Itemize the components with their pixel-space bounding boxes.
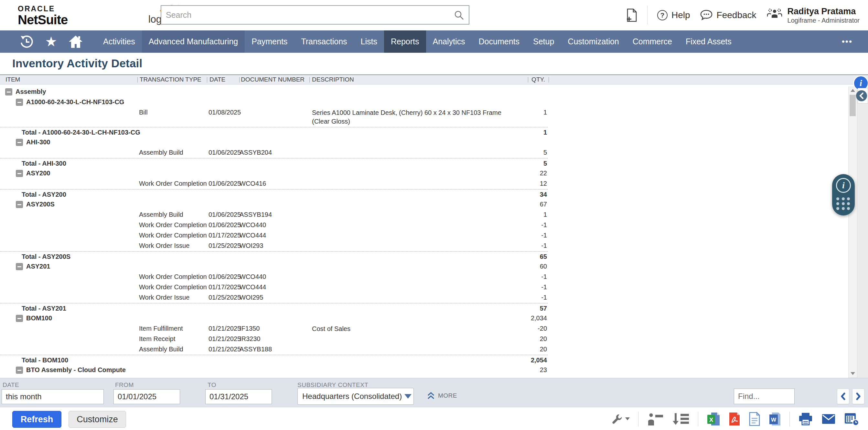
search-input[interactable] (166, 6, 444, 24)
collapse-icon[interactable] (16, 315, 23, 322)
top-bar: ORACLE NetSuite logiframe (0, 0, 868, 30)
nav-item-commerce[interactable]: Commerce (626, 30, 679, 53)
scrollbar-thumb[interactable] (849, 95, 856, 116)
collapse-icon[interactable] (16, 99, 23, 106)
document-number: WCO444 (240, 230, 266, 240)
qty-value: 5 (453, 147, 547, 157)
user-menu[interactable]: Raditya Pratama Logiframe - Administrato… (766, 6, 860, 24)
nav-item-payments[interactable]: Payments (245, 30, 294, 53)
transaction-date: 01/21/2025 (209, 334, 241, 344)
qty-value: 34 (453, 190, 547, 200)
schedule-icon[interactable] (844, 412, 859, 426)
collapse-icon[interactable] (16, 201, 23, 208)
collapse-icon[interactable] (16, 367, 23, 374)
transaction-date: 01/06/2025 (209, 210, 241, 220)
collapse-icon[interactable] (16, 263, 23, 270)
dropdown-arrow-icon (404, 394, 411, 399)
print-icon[interactable] (798, 412, 813, 426)
nav-item-fixed-assets[interactable]: Fixed Assets (679, 30, 738, 53)
col-date[interactable]: DATE (210, 75, 225, 84)
export-pdf-icon[interactable] (728, 412, 740, 426)
qty-value: 5 (453, 159, 547, 169)
export-word-icon[interactable]: W (769, 412, 781, 426)
double-chevron-up-icon (427, 392, 435, 400)
transaction-date: 01/21/2025 (209, 323, 241, 334)
tools-wrench-icon[interactable] (611, 412, 630, 426)
nav-item-activities[interactable]: Activities (96, 30, 142, 53)
to-date-input[interactable] (205, 389, 272, 404)
shortcuts-star-icon[interactable]: ★ (40, 30, 62, 53)
main-nav: ★ ActivitiesAdvanced ManufacturingPaymen… (0, 30, 868, 53)
table-row: Work Order Completion01/17/2025WCO444-1 (0, 282, 548, 292)
home-icon[interactable] (65, 30, 87, 53)
oracle-netsuite-logo: ORACLE NetSuite (18, 4, 68, 26)
document-number: WOI295 (240, 292, 263, 303)
item-name: A1000-60-24-30-L-CH-NF103-CG (26, 97, 124, 107)
transaction-date: 01/17/2025 (209, 230, 241, 240)
col-item[interactable]: ITEM (5, 75, 20, 84)
document-number: IR3230 (240, 334, 260, 344)
item-name: Assembly (16, 87, 46, 97)
widget-info-icon[interactable]: i (836, 178, 851, 193)
search-icon[interactable] (454, 10, 464, 20)
from-date-input[interactable] (114, 389, 180, 404)
nav-item-advanced-manufacturing[interactable]: Advanced Manufacturing (142, 30, 245, 53)
vertical-scrollbar[interactable] (848, 87, 857, 378)
total-label: Total - A1000-60-24-30-L-CH-NF103-CG (22, 127, 140, 138)
nav-overflow-button[interactable]: ••• (826, 30, 868, 53)
table-row: Work Order Issue01/25/2025WOI295-1 (0, 292, 548, 303)
collapse-icon[interactable] (16, 170, 23, 177)
table-row: ASY20022 (0, 168, 548, 179)
qty-value: 57 (453, 304, 547, 314)
table-row: A1000-60-24-30-L-CH-NF103-CG (0, 97, 548, 108)
feedback-button[interactable]: Feedback (700, 9, 756, 21)
oracle-logo-text: ORACLE (18, 4, 68, 13)
panel-collapse-button[interactable] (858, 88, 868, 104)
more-filters-button[interactable]: MORE (427, 392, 457, 400)
collapse-icon[interactable] (5, 88, 12, 95)
export-csv-icon[interactable] (749, 412, 761, 426)
date-filter-input[interactable] (2, 389, 104, 404)
nav-item-transactions[interactable]: Transactions (294, 30, 354, 53)
nav-item-lists[interactable]: Lists (354, 30, 384, 53)
table-row: Total - ASY20157 (0, 303, 548, 313)
recent-records-icon[interactable] (16, 30, 37, 53)
collapse-icon[interactable] (16, 139, 23, 146)
document-number: WCO416 (240, 179, 266, 189)
document-number: WOI293 (240, 241, 263, 251)
customize-button[interactable]: Customize (68, 411, 126, 428)
col-transaction-type[interactable]: TRANSACTION TYPE (140, 75, 202, 84)
expand-rows-icon[interactable] (672, 412, 689, 426)
nav-item-customization[interactable]: Customization (561, 30, 625, 53)
scroll-up-arrow-icon[interactable] (850, 89, 855, 92)
next-page-button[interactable] (852, 389, 864, 404)
phone-info-widget[interactable]: i (832, 174, 855, 216)
add-record-icon[interactable] (626, 8, 638, 22)
document-number: WCO444 (240, 282, 266, 292)
total-label: Total - AHI-300 (22, 159, 66, 169)
find-box (734, 389, 795, 404)
nav-item-reports[interactable]: Reports (384, 30, 426, 53)
chevron-left-icon (840, 393, 846, 400)
table-row: Total - BOM1002,054 (0, 354, 548, 365)
email-icon[interactable] (822, 413, 836, 425)
nav-item-documents[interactable]: Documents (472, 30, 526, 53)
scroll-down-arrow-icon[interactable] (850, 372, 855, 375)
col-description[interactable]: DESCRIPTION (312, 75, 354, 84)
previous-page-button[interactable] (837, 389, 849, 404)
nav-icon-group: ★ (0, 30, 87, 53)
subsidiary-context-select[interactable]: Headquarters (Consolidated) (298, 388, 414, 405)
find-input[interactable] (734, 389, 795, 404)
collapsed-side-panel (857, 87, 868, 378)
table-row: Work Order Completion01/06/2025WCO41612 (0, 179, 548, 189)
refresh-button[interactable]: Refresh (12, 411, 61, 428)
collapse-rows-icon[interactable] (647, 412, 664, 426)
help-button[interactable]: ? Help (657, 10, 690, 20)
widget-dialpad-icon[interactable] (836, 197, 850, 210)
qty-value: -1 (453, 292, 547, 303)
nav-item-setup[interactable]: Setup (526, 30, 561, 53)
export-excel-icon[interactable]: X (707, 412, 720, 426)
item-name: ASY200S (26, 199, 55, 209)
col-document-number[interactable]: DOCUMENT NUMBER (241, 75, 305, 84)
nav-item-analytics[interactable]: Analytics (426, 30, 472, 53)
